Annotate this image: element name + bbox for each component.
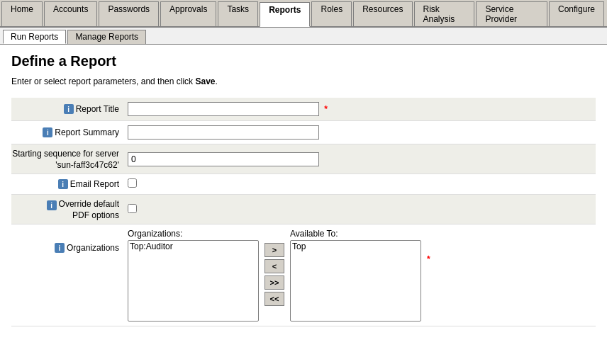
left-org-container: Organizations: Top:Auditor [128,229,259,322]
sub-nav: Run Reports Manage Reports [0,28,607,45]
main-content: Define a Report Enter or select report p… [0,45,607,335]
email-report-label: i Email Report [11,179,125,189]
right-org-container: Available To: Top * [290,229,430,322]
organizations-row: i Organizations Organizations: Top:Audit… [11,224,596,326]
tab-configure[interactable]: Configure [549,1,604,26]
move-left-button[interactable]: < [264,259,284,273]
email-report-input-container [125,177,596,191]
override-pdf-label: i Override defaultPDF options [11,198,125,221]
avail-right-wrapper: Top * [290,240,430,322]
orgs-lists-container: Organizations: Top:Auditor > < >> << Ava… [128,229,593,322]
tab-tasks[interactable]: Tasks [218,1,258,26]
transfer-buttons: > < >> << [262,229,287,306]
right-org-label: Available To: [290,229,430,239]
available-to-right-list[interactable]: Top [290,240,421,322]
move-all-left-button[interactable]: << [264,292,284,306]
report-title-label: i Report Title [11,104,125,114]
report-title-info-icon[interactable]: i [64,104,74,114]
report-title-input[interactable] [128,102,319,116]
organizations-content: Organizations: Top:Auditor > < >> << Ava… [125,227,596,323]
starting-sequence-input-container [125,151,596,168]
organizations-required: * [427,240,430,264]
organizations-info-icon[interactable]: i [55,243,65,253]
starting-sequence-row: Starting sequence for server'sun-faff3c4… [11,144,596,174]
starting-sequence-input[interactable] [128,152,319,166]
report-title-required: * [324,104,328,114]
left-org-label: Organizations: [128,229,259,239]
report-summary-input-container [125,124,596,141]
report-summary-row: i Report Summary [11,121,596,144]
tab-approvals[interactable]: Approvals [160,1,216,26]
email-report-row: i Email Report [11,174,596,195]
report-summary-label: i Report Summary [11,127,125,137]
organizations-label: i Organizations [11,227,125,253]
move-all-right-button[interactable]: >> [264,275,284,290]
email-report-info-icon[interactable]: i [58,179,68,189]
main-nav: Home Accounts Passwords Approvals Tasks … [0,0,607,28]
tab-service-provider[interactable]: Service Provider [476,1,547,26]
email-report-checkbox[interactable] [128,178,137,188]
override-pdf-row: i Override defaultPDF options [11,195,596,224]
tab-passwords[interactable]: Passwords [99,1,159,26]
override-pdf-input-container [125,203,596,217]
report-summary-info-icon[interactable]: i [43,127,52,137]
page-description: Enter or select report parameters, and t… [11,76,596,86]
move-right-button[interactable]: > [264,243,284,257]
override-pdf-checkbox[interactable] [128,204,137,213]
starting-sequence-label: Starting sequence for server'sun-faff3c4… [11,147,125,171]
page-title: Define a Report [11,53,596,69]
tab-roles[interactable]: Roles [311,1,352,26]
override-pdf-info-icon[interactable]: i [47,200,57,210]
tab-resources[interactable]: Resources [353,1,412,26]
avail-item-top[interactable]: Top [291,241,421,252]
report-title-row: i Report Title * [11,98,596,121]
sub-tab-run-reports[interactable]: Run Reports [3,30,66,44]
organizations-left-list[interactable]: Top:Auditor [128,240,259,322]
tab-risk-analysis[interactable]: Risk Analysis [414,1,475,26]
tab-reports[interactable]: Reports [260,2,310,27]
tab-home[interactable]: Home [1,1,43,26]
report-summary-input[interactable] [128,125,319,140]
org-item-top-auditor[interactable]: Top:Auditor [128,241,258,252]
sub-tab-manage-reports[interactable]: Manage Reports [67,30,146,44]
tab-accounts[interactable]: Accounts [44,1,97,26]
report-title-input-container: * [125,101,596,118]
